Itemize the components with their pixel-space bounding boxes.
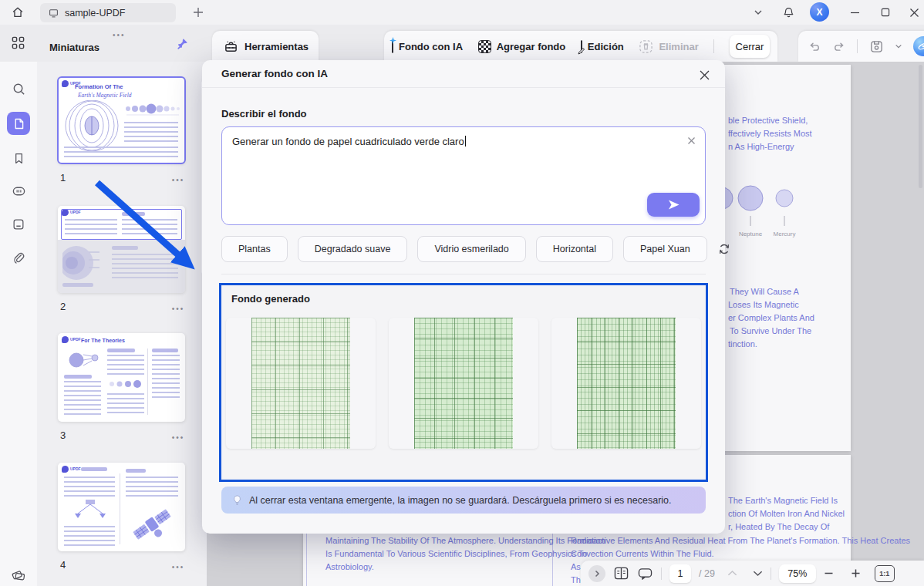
bookmark-icon[interactable]: [7, 146, 30, 170]
pages-icon[interactable]: [7, 213, 30, 236]
updf-logo: UPDF: [62, 336, 81, 343]
magnetic-field-diagram: [64, 100, 120, 151]
thumbnail-4-more-icon[interactable]: [170, 561, 187, 572]
generate-background-dialog: Generar fondo con IA Describir el fondo …: [202, 60, 725, 534]
describe-label: Describir el fondo: [221, 108, 307, 120]
monitor-icon: [48, 8, 59, 19]
generated-label: Fondo generado: [231, 293, 310, 305]
tab-fondo-con-ia-label: Fondo con IA: [399, 41, 463, 52]
document-tab[interactable]: sample-UPDF: [40, 3, 176, 22]
tab-herramientas[interactable]: Herramientas: [212, 31, 319, 62]
pin-icon[interactable]: [176, 37, 189, 50]
save-options-chevron-icon[interactable]: [895, 42, 902, 50]
background-prompt-input[interactable]: Generar un fondo de papel cuadriculado v…: [221, 126, 706, 225]
page-view-icon[interactable]: [613, 566, 629, 581]
save-icon[interactable]: [869, 39, 884, 54]
thumbnail-2-more-icon[interactable]: [170, 303, 187, 314]
panel-drag-handle-icon[interactable]: [113, 27, 126, 41]
pdf-text-line: To Survive Under The: [730, 326, 811, 335]
toolbox-icon: [224, 39, 238, 54]
chip-horizontal[interactable]: Horizontal: [536, 236, 613, 262]
thumb1-title-line2: Earth's Magnetic Field: [78, 92, 132, 99]
zoom-out-icon[interactable]: [824, 568, 834, 578]
refresh-suggestions-icon[interactable]: [717, 242, 731, 256]
dialog-close-icon[interactable]: [696, 66, 713, 83]
grid-paper-art: [414, 318, 513, 449]
checkerboard-icon: [478, 40, 491, 53]
thumb-text-block: [64, 381, 101, 415]
send-button[interactable]: [647, 193, 700, 217]
dialog-divider: [221, 274, 706, 274]
search-icon[interactable]: [7, 77, 30, 100]
left-icon-rail: [0, 62, 38, 586]
next-page-icon[interactable]: [753, 570, 763, 577]
clear-input-icon[interactable]: [687, 136, 696, 145]
chip-papel-xuan[interactable]: Papel Xuan: [623, 236, 707, 262]
thumb-text-block: [152, 355, 180, 398]
chevron-down-icon[interactable]: [748, 3, 768, 22]
thumb-text-block: [64, 526, 115, 546]
minimize-icon[interactable]: [845, 3, 865, 22]
maximize-icon[interactable]: [875, 3, 895, 22]
tab-agregar-fondo[interactable]: Agregar fondo: [478, 40, 566, 53]
chip-vidrio-esmerilado[interactable]: Vidrio esmerilado: [417, 236, 525, 262]
zoom-level-input[interactable]: 75%: [779, 564, 816, 583]
prompt-text: Generar un fondo de papel cuadriculado v…: [232, 136, 464, 147]
previous-page-icon[interactable]: [727, 570, 737, 577]
generated-preview-1[interactable]: [226, 318, 376, 449]
thumbnail-page-2[interactable]: UPDF: [58, 206, 185, 293]
tab-edicion-label: Edición: [588, 41, 624, 52]
prompt-suggestions: Plantas Degradado suave Vidrio esmerilad…: [221, 236, 706, 261]
thumb-heading-chip: [152, 349, 178, 352]
expand-panel-icon[interactable]: [588, 565, 605, 582]
pdf-text-line: n As High-Energy: [728, 142, 794, 151]
zoom-in-icon[interactable]: [851, 568, 861, 578]
comment-bubble-icon[interactable]: [637, 567, 653, 581]
actual-size-icon[interactable]: 1:1: [875, 565, 895, 582]
pdf-text-line: Astrobiology.: [325, 562, 374, 571]
generated-preview-3[interactable]: [551, 318, 701, 449]
thumbnail-1-more-icon[interactable]: [170, 174, 187, 185]
network-diagram: [67, 498, 113, 523]
ai-assistant-icon[interactable]: [913, 36, 924, 56]
page-number-input[interactable]: 1: [669, 564, 691, 583]
generated-preview-2[interactable]: [389, 318, 538, 449]
thumb-text-block: [107, 393, 144, 415]
thumbnail-1-number: 1: [60, 172, 66, 184]
thumb-heading-chip: [126, 469, 146, 473]
thumbnail-page-3[interactable]: UPDF For The Theories: [58, 333, 185, 422]
planet-row: [107, 378, 144, 390]
tab-edicion[interactable]: Edición: [581, 41, 624, 52]
avatar[interactable]: X: [810, 2, 829, 22]
toolbar-divider: [857, 39, 858, 53]
thumbnails-panel-icon[interactable]: [7, 112, 30, 135]
grid-paper-art: [251, 318, 350, 449]
signature-swatch-icon[interactable]: [7, 563, 30, 586]
redo-icon[interactable]: [832, 39, 846, 53]
home-icon[interactable]: [8, 3, 28, 22]
pdf-text-line: Maintaining The Stability Of The Atmosph…: [325, 536, 605, 545]
pdf-text-line: ction Of Molten Iron And Nickel: [728, 509, 845, 518]
chip-plantas[interactable]: Plantas: [221, 236, 288, 262]
new-tab-plus-icon[interactable]: [188, 3, 208, 22]
thumb-text-block: [126, 477, 178, 500]
close-window-icon[interactable]: [904, 3, 924, 22]
generated-backgrounds-section: Fondo generado: [219, 283, 708, 482]
comments-panel-icon[interactable]: [7, 180, 30, 203]
apps-grid-icon[interactable]: [11, 35, 25, 50]
tab-eliminar: Eliminar: [639, 39, 698, 54]
bell-icon[interactable]: [778, 3, 798, 22]
toolbar: Miniaturas Herramientas Fondo con IA Agr…: [0, 25, 924, 62]
chip-degradado-suave[interactable]: Degradado suave: [298, 236, 408, 262]
cerrar-button[interactable]: Cerrar: [730, 35, 770, 58]
tip-text: Al cerrar esta ventana emergente, la ima…: [249, 495, 672, 506]
thumbnail-3-more-icon[interactable]: [170, 432, 187, 443]
canvas-scrollbar[interactable]: [919, 65, 922, 188]
thumbnail-page-1[interactable]: UPDF Formation Of The Earth's Magnetic F…: [58, 77, 185, 163]
satellite-illustration: [129, 504, 175, 544]
paperclip-icon[interactable]: [7, 247, 30, 270]
undo-icon[interactable]: [808, 39, 821, 53]
thumbnail-page-4[interactable]: UPDF: [58, 463, 185, 551]
quick-actions-group: [798, 31, 924, 62]
tab-fondo-con-ia[interactable]: Fondo con IA: [392, 41, 463, 52]
